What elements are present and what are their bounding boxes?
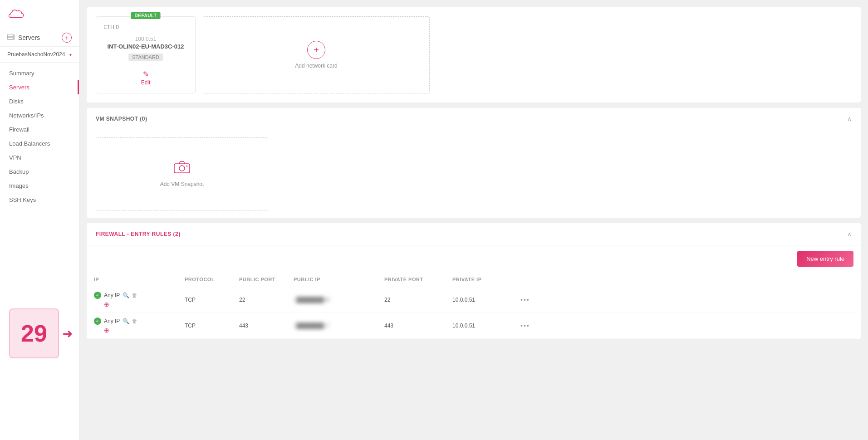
edit-icon: ✎ — [143, 70, 149, 78]
sidebar-item-vpn[interactable]: VPN — [0, 151, 79, 165]
servers-header: Servers + — [0, 29, 79, 47]
public-ip-blurred-2: 1███████17 — [294, 323, 330, 329]
eth0-card: DEFAULT ETH 0 100.0.51 INT-OLIN02-EU-MAD… — [96, 16, 196, 93]
logo-icon — [7, 8, 72, 21]
ip-cell-1: ✓ Any IP 🔍 🗑 ⊕ — [90, 287, 181, 313]
sidebar-item-images[interactable]: Images — [0, 179, 79, 193]
add-sub-icon-2[interactable]: ⊕ — [104, 327, 109, 334]
svg-point-2 — [13, 35, 14, 36]
protocol-cell-2: TCP — [181, 313, 235, 339]
vm-snapshot-chevron-up-icon: ∧ — [847, 115, 852, 122]
firewall-chevron-up-icon: ∧ — [847, 230, 852, 238]
sidebar-item-disks[interactable]: Disks — [0, 94, 79, 108]
status-dot-1: ✓ — [94, 292, 101, 299]
col-header-actions — [517, 272, 857, 287]
hostname-text: INT-OLIN02-EU-MAD3C-012 — [103, 43, 188, 50]
delete-icon-2[interactable]: 🗑 — [132, 318, 137, 324]
sidebar-item-load-balancers[interactable]: Load Balancers — [0, 137, 79, 151]
add-snapshot-label: Add VM Snapshot — [160, 181, 204, 187]
search-icon-1[interactable]: 🔍 — [123, 292, 129, 298]
camera-icon — [174, 161, 190, 176]
sidebar-item-summary[interactable]: Summary — [0, 66, 79, 80]
svg-point-6 — [186, 166, 188, 167]
counter-number: 29 — [21, 320, 47, 347]
new-entry-rule-button[interactable]: New entry rule — [797, 251, 853, 267]
more-icon-1[interactable]: ••• — [520, 296, 530, 303]
sidebar-nav: Summary Servers Disks Networks/IPs Firew… — [0, 63, 79, 440]
servers-icon — [7, 34, 15, 41]
table-row: ✓ Any IP 🔍 🗑 ⊕ TCP 443 — [90, 313, 857, 339]
edit-label: Edit — [141, 79, 151, 86]
logo-area — [0, 0, 79, 29]
rules-table: IP PROTOCOL PUBLIC PORT PUBLIC IP PRIVAT… — [90, 272, 857, 339]
col-header-public-port: PUBLIC PORT — [235, 272, 290, 287]
private-ip-cell-2: 10.0.0.51 — [449, 313, 517, 339]
counter-overlay: 29 ➜ — [9, 308, 59, 358]
col-header-private-port: PRIVATE PORT — [381, 272, 449, 287]
add-sub-icon-1[interactable]: ⊕ — [104, 301, 109, 308]
more-actions-1: ••• — [517, 287, 857, 313]
counter-box: 29 ➜ — [9, 308, 59, 358]
servers-label: Servers — [18, 34, 40, 41]
main-content: DEFAULT ETH 0 100.0.51 INT-OLIN02-EU-MAD… — [79, 0, 868, 440]
public-ip-cell-1: 1███████38 — [290, 287, 381, 313]
sidebar: Servers + PruebasNachoNov2024 ▾ Summary … — [0, 0, 79, 440]
firewall-title: FIREWALL - ENTRY RULES (2) — [96, 231, 181, 237]
sidebar-item-ssh-keys[interactable]: SSH Keys — [0, 193, 79, 207]
private-port-cell-2: 443 — [381, 313, 449, 339]
firewall-header[interactable]: FIREWALL - ENTRY RULES (2) ∧ — [87, 223, 861, 245]
chevron-down-icon: ▾ — [69, 52, 72, 57]
status-dot-2: ✓ — [94, 318, 101, 325]
firewall-controls: New entry rule IP PROTOCOL PUBLIC PORT P… — [87, 245, 861, 339]
protocol-cell-1: TCP — [181, 287, 235, 313]
ip-label-2: Any IP — [104, 318, 120, 324]
col-header-public-ip: PUBLIC IP — [290, 272, 381, 287]
search-icon-2[interactable]: 🔍 — [123, 318, 129, 324]
more-icon-2[interactable]: ••• — [520, 322, 530, 329]
sidebar-item-backup[interactable]: Backup — [0, 165, 79, 179]
sidebar-item-networks-ips[interactable]: Networks/IPs — [0, 108, 79, 122]
vm-snapshot-header[interactable]: VM SNAPSHOT (0) ∧ — [87, 108, 861, 130]
edit-button[interactable]: ✎ Edit — [141, 70, 151, 86]
public-port-cell-1: 22 — [235, 287, 290, 313]
add-server-button[interactable]: + — [62, 33, 72, 43]
sidebar-item-servers[interactable]: Servers — [0, 80, 79, 94]
vm-snapshot-body: Add VM Snapshot — [87, 130, 861, 218]
add-network-label: Add network card — [295, 63, 337, 69]
col-header-ip: IP — [90, 272, 181, 287]
ip-text: 100.0.51 — [103, 36, 188, 42]
table-row: ✓ Any IP 🔍 🗑 ⊕ TCP 22 — [90, 287, 857, 313]
add-network-card-button[interactable]: + Add network card — [203, 16, 430, 93]
network-cards-section: DEFAULT ETH 0 100.0.51 INT-OLIN02-EU-MAD… — [87, 7, 861, 103]
col-header-protocol: PROTOCOL — [181, 272, 235, 287]
project-selector[interactable]: PruebasNachoNov2024 ▾ — [0, 47, 79, 63]
network-cards-row: DEFAULT ETH 0 100.0.51 INT-OLIN02-EU-MAD… — [96, 16, 852, 93]
add-circle-icon: + — [307, 41, 325, 59]
table-header: IP PROTOCOL PUBLIC PORT PUBLIC IP PRIVAT… — [90, 272, 857, 287]
col-header-private-ip: PRIVATE IP — [449, 272, 517, 287]
vm-snapshot-section: VM SNAPSHOT (0) ∧ Add VM Snapshot — [87, 108, 861, 218]
add-snapshot-button[interactable]: Add VM Snapshot — [96, 137, 268, 210]
type-badge: STANDARD — [128, 54, 163, 61]
public-port-cell-2: 443 — [235, 313, 290, 339]
svg-point-5 — [179, 166, 185, 171]
public-ip-cell-2: 1███████17 — [290, 313, 381, 339]
sidebar-item-firewall[interactable]: Firewall — [0, 122, 79, 137]
svg-point-3 — [13, 38, 14, 39]
svg-rect-4 — [174, 164, 190, 173]
private-port-cell-1: 22 — [381, 287, 449, 313]
arrow-right-icon: ➜ — [62, 326, 73, 341]
ip-cell-2: ✓ Any IP 🔍 🗑 ⊕ — [90, 313, 181, 339]
ip-label-1: Any IP — [104, 292, 120, 298]
sidebar-title: Servers — [7, 34, 40, 41]
eth-label: ETH 0 — [103, 24, 188, 30]
project-name: PruebasNachoNov2024 — [7, 51, 65, 58]
public-ip-blurred-1: 1███████38 — [294, 297, 330, 303]
vm-snapshot-title: VM SNAPSHOT (0) — [96, 116, 147, 122]
default-badge: DEFAULT — [131, 12, 161, 19]
table-body: ✓ Any IP 🔍 🗑 ⊕ TCP 22 — [90, 287, 857, 339]
delete-icon-1[interactable]: 🗑 — [132, 292, 137, 298]
private-ip-cell-1: 10.0.0.51 — [449, 287, 517, 313]
firewall-section: FIREWALL - ENTRY RULES (2) ∧ New entry r… — [87, 223, 861, 339]
more-actions-2: ••• — [517, 313, 857, 339]
